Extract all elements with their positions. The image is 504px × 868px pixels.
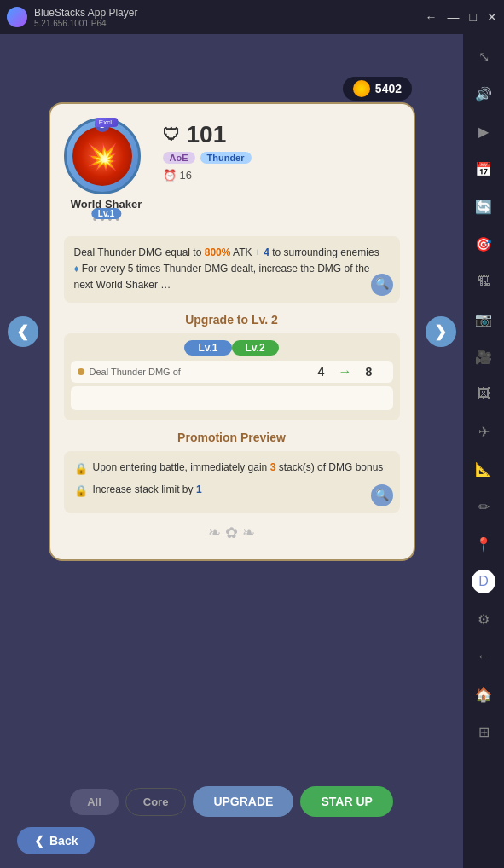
- gold-bar: 5402: [343, 77, 412, 101]
- upgrade-row-empty: [71, 386, 393, 410]
- lock-icon-1: 🔒: [74, 460, 88, 477]
- back-arrow-icon: ❮: [34, 834, 44, 848]
- promotion-preview-box: 🔒 Upon entering battle, immediately gain…: [64, 451, 400, 513]
- sidebar-video-icon[interactable]: 🎥: [472, 344, 495, 368]
- sidebar-pin-icon[interactable]: 📍: [472, 532, 495, 556]
- chevron-left-icon: ❮: [16, 322, 29, 341]
- promo-row-2: 🔒 Increase stack limit by 1: [74, 482, 390, 500]
- upgrade-title: Upgrade to Lv. 2: [64, 313, 400, 327]
- promotion-title: Promotion Preview: [64, 431, 400, 444]
- starup-button[interactable]: STAR UP: [300, 786, 392, 817]
- upgrade-val-to: 8: [352, 365, 386, 379]
- titlebar: BlueStacks App Player 5.21.656.1001 P64 …: [0, 0, 504, 34]
- upgrade-button[interactable]: UPGRADE: [193, 786, 293, 817]
- main-content: 5402 ❮ ❯ C 💥 Excl. Lv.1 World: [0, 34, 463, 868]
- lv2-badge: Lv.2: [232, 340, 279, 356]
- desc-text-1: Deal Thunder DMG equal to 800% ATK + 4 t…: [74, 246, 379, 258]
- sidebar-edit-icon[interactable]: ✏: [472, 495, 495, 518]
- skill-icon-inner: 💥: [72, 126, 132, 186]
- minimize-icon[interactable]: —: [448, 10, 460, 24]
- magnify-description-button[interactable]: 🔍: [371, 274, 393, 296]
- right-sidebar: ⤡ 🔊 ▶ 📅 🔄 🎯 🏗 📷 🎥 🖼 ✈ 📐 ✏ 📍 D ⚙ ← 🏠 ⊞: [463, 34, 504, 868]
- card-decoration: ❧ ✿ ❧: [64, 524, 400, 542]
- upgrade-val-from: 4: [304, 365, 339, 379]
- skill-icon-wrapper: C 💥 Excl. Lv.1 World Shaker • • • •: [64, 118, 149, 226]
- tag-aoe: AoE: [163, 152, 195, 164]
- sidebar-target-icon[interactable]: 🎯: [472, 232, 495, 256]
- bluestacks-logo: [7, 7, 27, 27]
- upgrade-level-headers: Lv.1 Lv.2: [71, 340, 393, 356]
- skill-tags: AoE Thunder: [163, 152, 400, 164]
- sidebar-play-icon[interactable]: ▶: [472, 119, 495, 143]
- sidebar-back-icon[interactable]: ←: [472, 645, 495, 668]
- back-label: Back: [49, 834, 78, 848]
- sidebar-airplane-icon[interactable]: ✈: [472, 420, 495, 443]
- cost-value: 16: [180, 169, 192, 182]
- skill-icon-emoji: 💥: [86, 142, 118, 171]
- prev-skill-button[interactable]: ❮: [8, 316, 38, 347]
- sidebar-discord-icon[interactable]: D: [472, 570, 495, 593]
- skill-level-badge: Lv.1: [91, 208, 121, 219]
- skill-description: Deal Thunder DMG equal to 800% ATK + 4 t…: [64, 236, 400, 303]
- sidebar-expand-icon[interactable]: ⤡: [472, 44, 495, 68]
- sidebar-settings-icon[interactable]: ⚙: [472, 607, 495, 631]
- upgrade-row-label: Deal Thunder DMG of: [90, 367, 304, 377]
- desc-highlight-bonus: 4: [264, 246, 269, 258]
- window-controls: ← — □ ✕: [426, 10, 497, 24]
- close-icon[interactable]: ✕: [487, 10, 497, 24]
- sidebar-volume-icon[interactable]: 🔊: [472, 82, 495, 106]
- tab-core-button[interactable]: Core: [125, 788, 187, 816]
- maximize-icon[interactable]: □: [470, 10, 477, 24]
- gold-coin-icon: [353, 80, 370, 97]
- sidebar-calendar-icon[interactable]: 📅: [472, 157, 495, 181]
- skill-level-number: 🛡 101: [163, 121, 400, 148]
- sidebar-build-icon[interactable]: 🏗: [472, 269, 495, 293]
- tag-thunder: Thunder: [200, 152, 252, 164]
- skill-cost: ⏰ 16: [163, 169, 400, 182]
- desc-text-2: ♦For every 5 times Thunder DMG dealt, in…: [74, 263, 370, 291]
- sidebar-camera-icon[interactable]: 📷: [472, 307, 495, 331]
- upgrade-stat-row: Deal Thunder DMG of 4 → 8: [71, 361, 393, 383]
- lock-icon-2: 🔒: [74, 483, 88, 500]
- promo-row-1: 🔒 Upon entering battle, immediately gain…: [74, 460, 390, 477]
- bottom-action-bar: All Core UPGRADE STAR UP: [0, 786, 463, 817]
- cost-icon: ⏰: [163, 169, 177, 182]
- promo-stack-count: 3: [270, 461, 276, 473]
- magnify-promotion-button[interactable]: 🔍: [371, 484, 393, 506]
- sidebar-refresh-icon[interactable]: 🔄: [472, 194, 495, 218]
- skill-header: C 💥 Excl. Lv.1 World Shaker • • • • 🛡 10…: [64, 118, 400, 226]
- upgrade-box: Lv.1 Lv.2 Deal Thunder DMG of 4 → 8: [64, 333, 400, 420]
- app-name: BlueStacks App Player: [34, 7, 137, 19]
- upgrade-arrow-icon: →: [339, 364, 352, 379]
- sidebar-image-icon[interactable]: 🖼: [472, 382, 495, 406]
- shield-icon: 🛡: [163, 125, 180, 145]
- skill-icon-background: C 💥: [64, 118, 141, 194]
- back-button[interactable]: ❮ Back: [17, 827, 95, 854]
- row-indicator-dot: [78, 368, 84, 375]
- lv1-badge: Lv.1: [184, 340, 231, 356]
- excl-badge: Excl.: [95, 118, 118, 127]
- skill-card: ❮ ❯ C 💥 Excl. Lv.1 World Shaker • • • •: [49, 102, 415, 561]
- promo-stack-limit: 1: [196, 483, 202, 495]
- skill-info: 🛡 101 AoE Thunder ⏰ 16: [163, 118, 400, 182]
- sidebar-home-icon[interactable]: 🏠: [472, 682, 495, 706]
- sidebar-grid-icon[interactable]: ⊞: [472, 720, 495, 744]
- back-nav-icon[interactable]: ←: [426, 10, 437, 24]
- tab-all-button[interactable]: All: [70, 789, 119, 815]
- app-version: 5.21.656.1001 P64: [34, 19, 137, 28]
- next-skill-button[interactable]: ❯: [426, 316, 456, 347]
- desc-highlight-percent: 800%: [205, 246, 231, 258]
- gold-amount: 5402: [375, 82, 402, 95]
- chevron-right-icon: ❯: [434, 322, 447, 341]
- sidebar-layout-icon[interactable]: 📐: [472, 457, 495, 481]
